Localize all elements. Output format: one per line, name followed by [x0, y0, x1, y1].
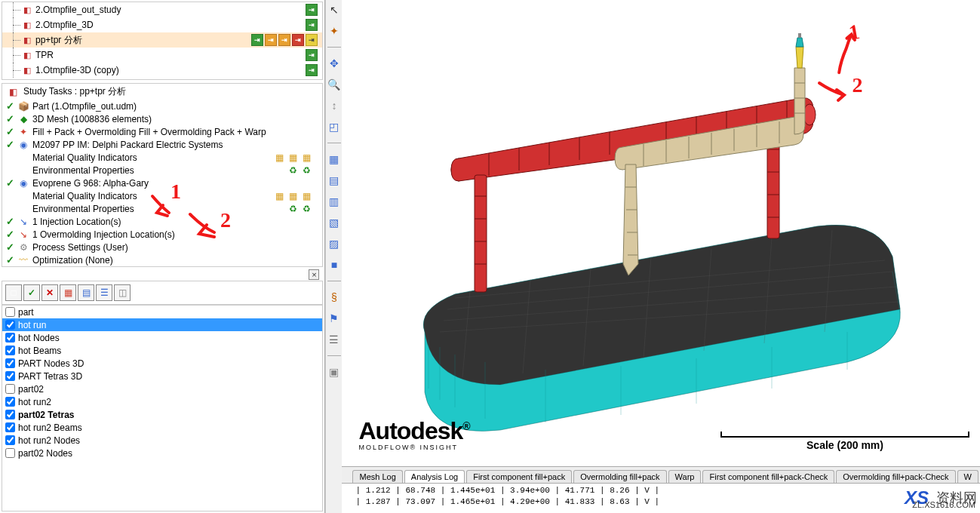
- layer-label: hot run2 Nodes: [18, 435, 80, 446]
- vtool-zoom-icon[interactable]: 🔍: [327, 78, 341, 91]
- vtool-layer2-icon[interactable]: ▧: [327, 216, 341, 229]
- study-row[interactable]: ✓↘1 Overmolding Injection Location(s): [5, 228, 322, 241]
- layer-edit-button[interactable]: ▦: [60, 284, 76, 301]
- layer-checkbox[interactable]: [5, 346, 15, 355]
- vtool-layer1-icon[interactable]: ▥: [327, 195, 341, 208]
- study-row[interactable]: ✓◆3D Mesh (1008836 elements): [5, 112, 322, 125]
- env1-icon[interactable]: ♻: [289, 165, 301, 176]
- 3d-viewport[interactable]: Autodesk® MOLDFLOW® INSIGHT Scale (200 m…: [342, 0, 980, 466]
- study-row[interactable]: ✓◉Evoprene G 968: Alpha-Gary: [5, 177, 322, 189]
- vtool-ruler-icon[interactable]: ▤: [327, 174, 341, 187]
- check-icon: ✓: [5, 139, 14, 150]
- project-item[interactable]: ◧ pp+tpr 分析 ⇥⇥⇥⇥⇥: [2, 32, 322, 48]
- layer-checkbox[interactable]: [5, 320, 15, 330]
- env2-icon[interactable]: ♻: [303, 204, 315, 214]
- layer-row[interactable]: part: [2, 306, 322, 318]
- mqi3-icon[interactable]: ▦: [303, 152, 315, 163]
- layer-filter-button[interactable]: ◫: [114, 284, 131, 301]
- status-badge: ⇥: [306, 4, 318, 16]
- vtool-app-icon[interactable]: ▣: [327, 365, 341, 379]
- check-icon: ✓: [5, 254, 14, 266]
- layer-new-button[interactable]: □: [5, 284, 22, 301]
- layer-hide-button[interactable]: ✕: [41, 284, 58, 301]
- check-icon: ✓: [5, 241, 14, 253]
- vtool-scroll-icon[interactable]: ↕: [327, 99, 341, 112]
- vtool-menu-icon[interactable]: ☰: [327, 333, 341, 346]
- mqi3-icon[interactable]: ▦: [303, 191, 315, 201]
- layer-list[interactable]: part hot run hot Nodes hot Beams PART No…: [2, 305, 323, 511]
- vtool-flag-icon[interactable]: ⚑: [327, 312, 341, 325]
- layer-checkbox[interactable]: [5, 358, 15, 368]
- layer-checkbox[interactable]: [5, 422, 15, 432]
- project-tree[interactable]: ◧ 2.Otmpfile_out_study ⇥ ◧ 2.Otmpfile_3D…: [2, 2, 323, 80]
- layer-show-button[interactable]: ✓: [23, 284, 40, 301]
- layer-checkbox[interactable]: [5, 435, 15, 445]
- log-tab[interactable]: Warp: [668, 470, 702, 483]
- status-badge: ⇥: [306, 64, 318, 76]
- vtool-select-icon[interactable]: ✦: [327, 24, 341, 38]
- study-row[interactable]: ✓✦Fill + Pack + Overmolding Fill + Overm…: [5, 125, 322, 138]
- vtool-window-icon[interactable]: ◰: [327, 120, 341, 134]
- env2-icon[interactable]: ♻: [303, 165, 315, 176]
- vtool-pan-icon[interactable]: ✥: [327, 57, 341, 70]
- study-row[interactable]: Material Quality Indicators▦▦▦: [5, 189, 322, 202]
- svg-rect-57: [798, 33, 801, 38]
- status-badge: ⇥: [278, 34, 290, 46]
- study-row[interactable]: ✓◉M2097 PP IM: Delphi Packard Electric S…: [5, 138, 322, 151]
- log-tab[interactable]: Analysis Log: [404, 470, 465, 483]
- layer-row[interactable]: hot run2 Nodes: [2, 434, 322, 447]
- layer-row[interactable]: hot run2 Beams: [2, 421, 322, 434]
- layer-row[interactable]: PART Tetras 3D: [2, 370, 322, 382]
- row-icon: ◉: [17, 178, 29, 189]
- layer-checkbox[interactable]: [5, 410, 15, 419]
- layer-checkbox[interactable]: [5, 397, 15, 407]
- layer-row[interactable]: part02 Nodes: [2, 447, 322, 459]
- mqi1-icon[interactable]: ▦: [275, 152, 287, 163]
- vtool-cursor-icon[interactable]: ↖: [327, 3, 341, 17]
- layer-row[interactable]: part02: [2, 382, 322, 395]
- project-item[interactable]: ◧ 2.Otmpfile_out_study ⇥: [2, 2, 322, 17]
- layer-panel-close[interactable]: ×: [309, 269, 319, 280]
- layer-checkbox[interactable]: [5, 384, 15, 394]
- layer-row[interactable]: PART Nodes 3D: [2, 357, 322, 370]
- project-item[interactable]: ◧ TPR ⇥: [2, 48, 322, 63]
- study-row[interactable]: Material Quality Indicators▦▦▦: [5, 151, 322, 164]
- layer-checkbox[interactable]: [5, 448, 15, 458]
- study-row[interactable]: ✓⚙Process Settings (User): [5, 241, 322, 253]
- mqi2-icon[interactable]: ▦: [289, 152, 301, 163]
- log-tab[interactable]: Overmolding fill+pack-Check: [836, 470, 955, 483]
- study-panel: ◧ Study Tasks : pp+tpr 分析 ✓📦Part (1.Otmp…: [2, 83, 323, 267]
- layer-row[interactable]: hot Beams: [2, 344, 322, 357]
- log-tab[interactable]: W: [957, 470, 978, 483]
- study-row[interactable]: ✓↘1 Injection Location(s): [5, 215, 322, 228]
- study-row[interactable]: Environmental Properties♻♻: [5, 202, 322, 215]
- layer-checkbox[interactable]: [5, 371, 15, 381]
- log-tab[interactable]: Mesh Log: [352, 470, 402, 483]
- study-row[interactable]: ✓〰Optimization (None): [5, 253, 322, 266]
- mqi2-icon[interactable]: ▦: [289, 191, 301, 201]
- project-item-label: TPR: [35, 50, 54, 60]
- project-item[interactable]: ◧ 1.Otmpfile-3D (copy) ⇥: [2, 63, 322, 78]
- layer-checkbox[interactable]: [5, 333, 15, 343]
- vtool-solid-icon[interactable]: ■: [327, 258, 341, 272]
- vtool-layer3-icon[interactable]: ▨: [327, 237, 341, 250]
- layer-row[interactable]: hot Nodes: [2, 331, 322, 344]
- layer-row[interactable]: part02 Tetras: [2, 408, 322, 421]
- vtool-grid-icon[interactable]: ▦: [327, 152, 341, 166]
- project-item[interactable]: ◧ 2.Otmpfile_3D ⇥: [2, 17, 322, 32]
- layer-row[interactable]: hot run2: [2, 395, 322, 408]
- log-tab[interactable]: First component fill+pack-Check: [702, 470, 834, 483]
- study-row[interactable]: ✓📦Part (1.Otmpfile_out.udm): [5, 100, 322, 112]
- mqi1-icon[interactable]: ▦: [275, 191, 287, 201]
- check-icon: ✓: [5, 113, 14, 124]
- layer-copy-button[interactable]: ▤: [78, 284, 94, 301]
- log-tab[interactable]: First component fill+pack: [466, 470, 572, 483]
- layer-row[interactable]: hot run: [2, 318, 322, 331]
- study-row-label: Evoprene G 968: Alpha-Gary: [32, 178, 149, 189]
- layer-checkbox[interactable]: [5, 307, 15, 317]
- layer-stack-button[interactable]: ☰: [96, 284, 112, 301]
- vtool-dna-icon[interactable]: §: [327, 290, 341, 304]
- env1-icon[interactable]: ♻: [289, 204, 301, 214]
- log-tab[interactable]: Overmolding fill+pack: [573, 470, 666, 483]
- study-row[interactable]: Environmental Properties♻♻: [5, 164, 322, 177]
